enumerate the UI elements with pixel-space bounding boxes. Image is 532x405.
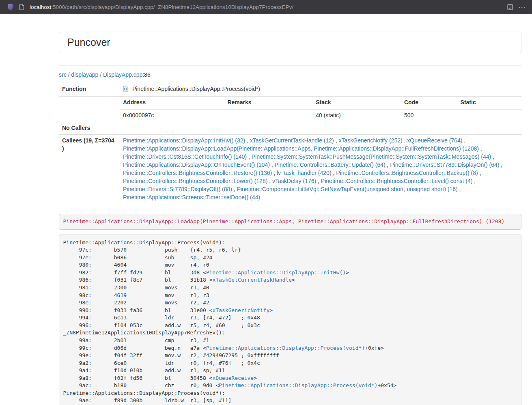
static-value [457,109,521,122]
callee-link[interactable]: Pinetime::Drivers::St7789::DisplayOff() … [123,186,232,192]
callee-link[interactable]: vTaskDelay (176) [272,178,316,184]
shield-icon[interactable] [7,3,14,11]
callee-link[interactable]: Pinetime::Applications::Screens::Timer::… [123,194,260,200]
callee-link[interactable]: Pinetime::Drivers::St7789::DisplayOn() (… [390,162,499,168]
function-icon [123,86,128,94]
page-title: Puncover [67,37,513,48]
url-bar[interactable]: localhost:5000/path/src/displayapp/Displ… [30,4,503,10]
col-static: Static [457,97,521,109]
breadcrumb: src / displayapp / DisplayApp.cpp:86 [59,71,521,78]
col-code: Code [401,97,457,109]
callee-link[interactable]: lv_task_handler (420) [277,170,332,176]
function-info-table: Function Pinetime::Applications::Display… [59,83,521,204]
address-table-value-row: 0x0000097c 40 (static) 500 [120,109,521,122]
callee-link[interactable]: Pinetime::Applications::DisplayApp::OnTo… [123,162,270,168]
callee-link[interactable]: xTaskGetCurrentTaskHandle (12) [250,137,334,144]
page-content: Puncover src / displayapp / DisplayApp.c… [59,32,521,405]
highlighted-symbol-block: Pinetime::Applications::DisplayApp::Load… [59,214,521,230]
disassembly-symbol-link[interactable]: Pinetime::Applications::DisplayApp::Init… [206,269,346,276]
breadcrumb-line-number: :86 [142,71,150,78]
disassembly-symbol-link[interactable]: xTaskGenericNotify [212,307,269,313]
stats-row: Address Remarks Stack Code Static 0x0000… [59,96,521,122]
disassembly-symbol-link[interactable]: Pinetime::Applications::DisplayApp::Proc… [219,382,377,388]
address-value: 0x0000097c [120,109,224,122]
address-table: Address Remarks Stack Code Static 0x0000… [120,97,521,122]
col-remarks: Remarks [224,97,312,109]
col-stack: Stack [312,97,401,109]
callees-row: Callees (19, Σ=3704 ) Pinetime::Applicat… [59,134,521,204]
callee-link[interactable]: xQueueReceive (764) [407,137,462,144]
address-table-header-row: Address Remarks Stack Code Static [120,97,521,109]
breadcrumb-link[interactable]: src [59,71,67,78]
callee-link[interactable]: Pinetime::Applications::DisplayApp::Load… [123,145,479,152]
col-address: Address [120,97,224,109]
empty-label [59,96,120,122]
breadcrumb-link[interactable]: DisplayApp.cpp [103,71,142,78]
no-callers-row: No Callers [59,122,521,134]
callee-link[interactable]: Pinetime::Drivers::Cst816S::GetTouchInfo… [123,153,247,160]
callee-link[interactable]: Pinetime::System::SystemTask::PushMessag… [252,153,491,160]
callee-link[interactable]: Pinetime::Controllers::BrightnessControl… [123,178,267,184]
url-host-text: localhost [30,4,51,10]
function-row: Function Pinetime::Applications::Display… [59,83,521,96]
stack-value: 40 (static) [312,109,401,122]
code-value: 500 [401,109,457,122]
url-path-text: :5000/path/src/displayapp/DisplayApp.cpp… [51,4,293,10]
callees-label: Callees (19, Σ=3704 ) [59,134,120,204]
callee-link[interactable]: Pinetime::Controllers::BrightnessControl… [123,170,272,176]
browser-toolbar: localhost:5000/path/src/displayapp/Displ… [0,0,532,14]
app-title-panel: Puncover [59,32,521,53]
no-callers-label: No Callers [59,122,120,134]
disassembly-block: Pinetime::Applications::DisplayApp::Proc… [59,235,521,405]
callee-link[interactable]: Pinetime::Components::LittleVgl::SetNewT… [237,186,458,192]
reader-mode-icon[interactable] [507,4,513,10]
highlighted-symbol-link[interactable]: Pinetime::Applications::DisplayApp::Load… [63,218,505,224]
callee-link[interactable]: Pinetime::Controllers::Battery::Update()… [275,162,386,168]
callee-link[interactable]: Pinetime::Controllers::BrightnessControl… [321,178,472,184]
disassembly-symbol-link[interactable]: Pinetime::Applications::DisplayApp::Proc… [206,345,365,351]
callees-list: Pinetime::Applications::DisplayApp::Init… [120,134,521,204]
function-label: Function [59,83,120,96]
page-info-icon[interactable] [19,4,24,10]
callee-link[interactable]: Pinetime::Applications::DisplayApp::Init… [123,137,245,144]
overflow-menu-icon[interactable]: ⋯ [518,3,526,11]
callee-link[interactable]: xTaskGenericNotify (252) [338,137,402,144]
breadcrumb-separator: / [98,71,103,78]
disassembly-symbol-link[interactable]: xQueueReceive [212,375,254,381]
divider [59,65,521,66]
disassembly-symbol-link[interactable]: xTaskGetCurrentTaskHandle [212,277,292,283]
breadcrumb-link[interactable]: displayapp [71,71,98,78]
callee-link[interactable]: Pinetime::Controllers::BrightnessControl… [336,170,478,176]
breadcrumb-separator: / [67,71,71,78]
function-name: Pinetime::Applications::DisplayApp::Proc… [132,86,260,92]
remarks-value [224,109,312,122]
